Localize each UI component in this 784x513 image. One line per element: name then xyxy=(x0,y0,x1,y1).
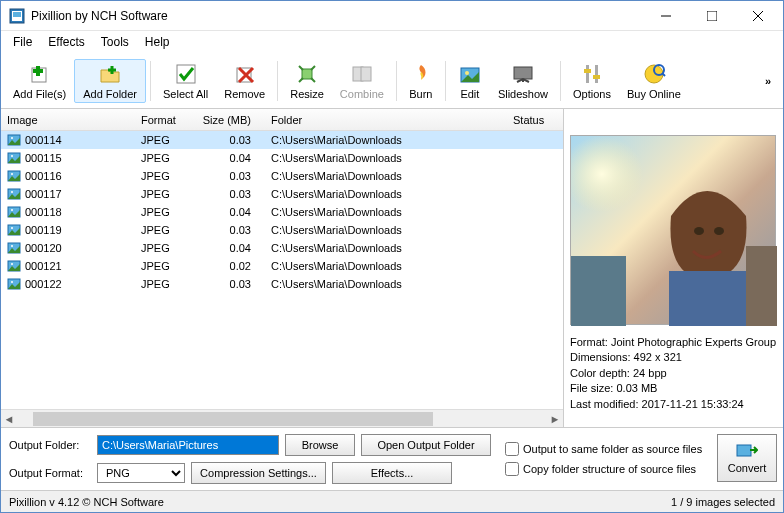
svg-point-29 xyxy=(11,191,13,193)
svg-point-35 xyxy=(11,245,13,247)
file-row[interactable]: 000122JPEG0.03C:\Users\Maria\Downloads xyxy=(1,275,563,293)
slideshow-icon xyxy=(511,62,535,86)
status-bar: Pixillion v 4.12 © NCH Software 1 / 9 im… xyxy=(1,490,783,512)
file-list[interactable]: 000114JPEG0.03C:\Users\Maria\Downloads00… xyxy=(1,131,563,409)
app-icon xyxy=(9,8,25,24)
svg-point-23 xyxy=(11,137,13,139)
app-window: Pixillion by NCH Software FileEffectsToo… xyxy=(0,0,784,513)
close-button[interactable] xyxy=(735,1,781,31)
output-options: Output Folder: Browse Open Output Folder… xyxy=(1,428,499,490)
col-image[interactable]: Image xyxy=(1,114,141,126)
file-pane: Image Format Size (MB) Folder Status 000… xyxy=(1,109,563,427)
col-status[interactable]: Status xyxy=(513,114,563,126)
addfiles-icon xyxy=(28,62,52,86)
file-icon xyxy=(7,278,21,290)
preview-image xyxy=(570,135,776,325)
same-folder-checkbox[interactable] xyxy=(505,442,519,456)
menu-help[interactable]: Help xyxy=(137,33,178,51)
minimize-button[interactable] xyxy=(643,1,689,31)
file-row[interactable]: 000117JPEG0.03C:\Users\Maria\Downloads xyxy=(1,185,563,203)
file-icon xyxy=(7,134,21,146)
file-row[interactable]: 000118JPEG0.04C:\Users\Maria\Downloads xyxy=(1,203,563,221)
svg-point-42 xyxy=(694,227,704,235)
toolbar-resize[interactable]: Resize xyxy=(282,60,332,102)
list-header: Image Format Size (MB) Folder Status xyxy=(1,109,563,131)
output-format-select[interactable]: PNG xyxy=(97,463,185,483)
check-same-folder[interactable]: Output to same folder as source files xyxy=(505,442,713,456)
toolbar-burn[interactable]: Burn xyxy=(401,60,441,102)
browse-button[interactable]: Browse xyxy=(285,434,355,456)
open-output-button[interactable]: Open Output Folder xyxy=(361,434,491,456)
remove-icon xyxy=(233,62,257,86)
status-version: Pixillion v 4.12 © NCH Software xyxy=(9,496,671,508)
toolbar-edit[interactable]: Edit xyxy=(450,60,490,102)
toolbar-options[interactable]: Options xyxy=(565,60,619,102)
toolbar-overflow[interactable]: » xyxy=(757,71,779,91)
menu-tools[interactable]: Tools xyxy=(93,33,137,51)
toolbar-addfiles[interactable]: Add File(s) xyxy=(5,60,74,102)
scroll-left-icon[interactable]: ◄ xyxy=(1,413,17,425)
svg-rect-19 xyxy=(593,75,600,79)
toolbar-buyonline[interactable]: Buy Online xyxy=(619,60,689,102)
status-selection: 1 / 9 images selected xyxy=(671,496,775,508)
effects-button[interactable]: Effects... xyxy=(332,462,452,484)
output-folder-label: Output Folder: xyxy=(9,439,91,451)
convert-button[interactable]: Convert xyxy=(717,434,777,482)
content-area: Image Format Size (MB) Folder Status 000… xyxy=(1,109,783,427)
scroll-right-icon[interactable]: ► xyxy=(547,413,563,425)
col-format[interactable]: Format xyxy=(141,114,201,126)
col-size[interactable]: Size (MB) xyxy=(201,114,261,126)
compression-button[interactable]: Compression Settings... xyxy=(191,462,326,484)
toolbar-remove[interactable]: Remove xyxy=(216,60,273,102)
svg-point-14 xyxy=(465,71,469,75)
file-row[interactable]: 000115JPEG0.04C:\Users\Maria\Downloads xyxy=(1,149,563,167)
svg-point-25 xyxy=(11,155,13,157)
svg-point-37 xyxy=(11,263,13,265)
options-icon xyxy=(580,62,604,86)
meta-depth: Color depth: 24 bpp xyxy=(570,366,777,381)
svg-rect-47 xyxy=(737,445,751,456)
file-icon xyxy=(7,260,21,272)
col-folder[interactable]: Folder xyxy=(261,114,513,126)
file-row[interactable]: 000121JPEG0.02C:\Users\Maria\Downloads xyxy=(1,257,563,275)
scrollbar-h[interactable]: ◄ ► xyxy=(1,409,563,427)
menu-effects[interactable]: Effects xyxy=(40,33,92,51)
menubar: FileEffectsToolsHelp xyxy=(1,31,783,53)
copy-structure-checkbox[interactable] xyxy=(505,462,519,476)
output-format-label: Output Format: xyxy=(9,467,91,479)
svg-rect-15 xyxy=(514,67,532,79)
svg-rect-18 xyxy=(584,69,591,73)
buyonline-icon xyxy=(642,62,666,86)
toolbar-addfolder[interactable]: Add Folder xyxy=(74,59,146,103)
meta-modified: Last modified: 2017-11-21 15:33:24 xyxy=(570,397,777,412)
toolbar-slideshow[interactable]: Slideshow xyxy=(490,60,556,102)
check-copy-structure[interactable]: Copy folder structure of source files xyxy=(505,462,713,476)
file-row[interactable]: 000114JPEG0.03C:\Users\Maria\Downloads xyxy=(1,131,563,149)
toolbar-combine[interactable]: Combine xyxy=(332,60,392,102)
maximize-button[interactable] xyxy=(689,1,735,31)
meta-dimensions: Dimensions: 492 x 321 xyxy=(570,350,777,365)
preview-meta: Format: Joint Photographic Experts Group… xyxy=(570,335,777,412)
output-folder-input[interactable] xyxy=(97,435,279,455)
svg-rect-45 xyxy=(571,256,626,326)
selectall-icon xyxy=(174,62,198,86)
toolbar-selectall[interactable]: Select All xyxy=(155,60,216,102)
titlebar: Pixillion by NCH Software xyxy=(1,1,783,31)
menu-file[interactable]: File xyxy=(5,33,40,51)
meta-format: Format: Joint Photographic Experts Group xyxy=(570,335,777,350)
file-row[interactable]: 000116JPEG0.03C:\Users\Maria\Downloads xyxy=(1,167,563,185)
file-row[interactable]: 000119JPEG0.03C:\Users\Maria\Downloads xyxy=(1,221,563,239)
edit-icon xyxy=(458,62,482,86)
scrollbar-thumb[interactable] xyxy=(33,412,433,426)
svg-rect-2 xyxy=(13,12,21,17)
svg-point-43 xyxy=(714,227,724,235)
file-icon xyxy=(7,188,21,200)
svg-rect-10 xyxy=(302,69,312,79)
file-row[interactable]: 000120JPEG0.04C:\Users\Maria\Downloads xyxy=(1,239,563,257)
addfolder-icon xyxy=(98,62,122,86)
toolbar: Add File(s)Add FolderSelect AllRemoveRes… xyxy=(1,53,783,109)
svg-rect-16 xyxy=(586,65,589,83)
svg-rect-4 xyxy=(707,11,717,21)
file-icon xyxy=(7,224,21,236)
burn-icon xyxy=(409,62,433,86)
